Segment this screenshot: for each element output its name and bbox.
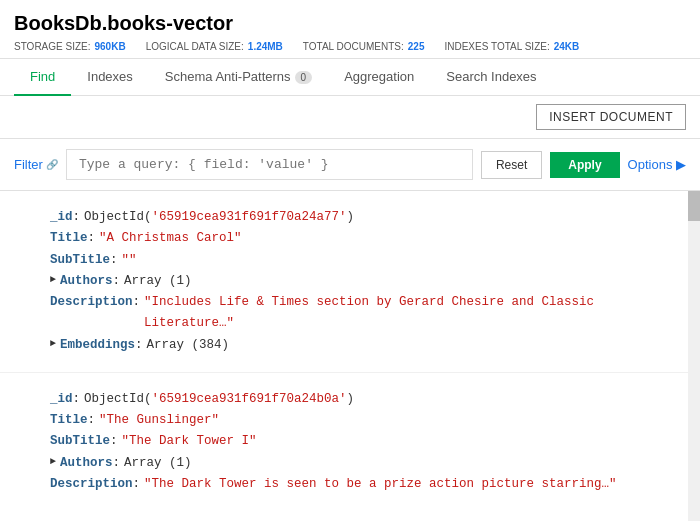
expand-embeddings-icon[interactable]: ► <box>50 335 56 352</box>
external-link-icon: 🔗 <box>46 159 58 170</box>
field-authors: ► Authors : Array (1) <box>50 271 670 292</box>
field-description: Description : "The Dark Tower is seen to… <box>50 474 670 495</box>
tab-aggregation[interactable]: Aggregation <box>328 59 430 96</box>
header: BooksDb.books-vector STORAGE SIZE: 960KB… <box>0 0 700 59</box>
db-title: BooksDb.books-vector <box>14 12 686 35</box>
main-content: _id: ObjectId('65919cea931f691f70a24a77'… <box>0 191 700 521</box>
tab-search-indexes[interactable]: Search Indexes <box>430 59 552 96</box>
query-bar: Filter🔗 Reset Apply Options ▶ <box>0 139 700 191</box>
stat-docs-value: 225 <box>408 41 425 52</box>
filter-link[interactable]: Filter🔗 <box>14 157 58 172</box>
stat-logical: LOGICAL DATA SIZE: 1.24MB <box>146 41 283 52</box>
documents-list: _id: ObjectId('65919cea931f691f70a24a77'… <box>0 191 700 521</box>
document-item: _id: ObjectId('65919cea931f691f70a24b0a'… <box>0 373 700 511</box>
stat-docs: TOTAL DOCUMENTS: 225 <box>303 41 425 52</box>
stat-indexes: INDEXES TOTAL SIZE: 24KB <box>444 41 579 52</box>
field-authors: ► Authors : Array (1) <box>50 453 670 474</box>
field-title: Title : "A Christmas Carol" <box>50 228 670 249</box>
field-id: _id: ObjectId('65919cea931f691f70a24a77'… <box>50 207 670 228</box>
stat-indexes-label: INDEXES TOTAL SIZE: <box>444 41 549 52</box>
stat-storage-label: STORAGE SIZE: <box>14 41 91 52</box>
field-subtitle: SubTitle : "" <box>50 250 670 271</box>
apply-button[interactable]: Apply <box>550 152 619 178</box>
expand-authors-icon[interactable]: ► <box>50 453 56 470</box>
field-description: Description : "Includes Life & Times sec… <box>50 292 670 335</box>
field-embeddings: ► Embeddings : Array (384) <box>50 335 670 356</box>
scrollbar[interactable] <box>688 191 700 521</box>
expand-authors-icon[interactable]: ► <box>50 271 56 288</box>
tab-schema[interactable]: Schema Anti-Patterns0 <box>149 59 328 96</box>
stat-storage: STORAGE SIZE: 960KB <box>14 41 126 52</box>
nav-tabs: Find Indexes Schema Anti-Patterns0 Aggre… <box>0 59 700 96</box>
stat-logical-value: 1.24MB <box>248 41 283 52</box>
field-id: _id: ObjectId('65919cea931f691f70a24b0a'… <box>50 389 670 410</box>
stat-docs-label: TOTAL DOCUMENTS: <box>303 41 404 52</box>
schema-badge: 0 <box>295 71 313 84</box>
options-link[interactable]: Options ▶ <box>628 157 686 172</box>
stat-storage-value: 960KB <box>95 41 126 52</box>
tab-indexes[interactable]: Indexes <box>71 59 149 96</box>
stats-row: STORAGE SIZE: 960KB LOGICAL DATA SIZE: 1… <box>14 41 686 52</box>
toolbar: INSERT DOCUMENT <box>0 96 700 139</box>
document-item: _id: ObjectId('65919cea931f691f70a24a77'… <box>0 191 700 373</box>
field-title: Title : "The Gunslinger" <box>50 410 670 431</box>
insert-document-button[interactable]: INSERT DOCUMENT <box>536 104 686 130</box>
query-input[interactable] <box>66 149 473 180</box>
stat-logical-label: LOGICAL DATA SIZE: <box>146 41 244 52</box>
stat-indexes-value: 24KB <box>554 41 580 52</box>
field-subtitle: SubTitle : "The Dark Tower I" <box>50 431 670 452</box>
reset-button[interactable]: Reset <box>481 151 542 179</box>
tab-find[interactable]: Find <box>14 59 71 96</box>
scrollbar-thumb[interactable] <box>688 191 700 221</box>
